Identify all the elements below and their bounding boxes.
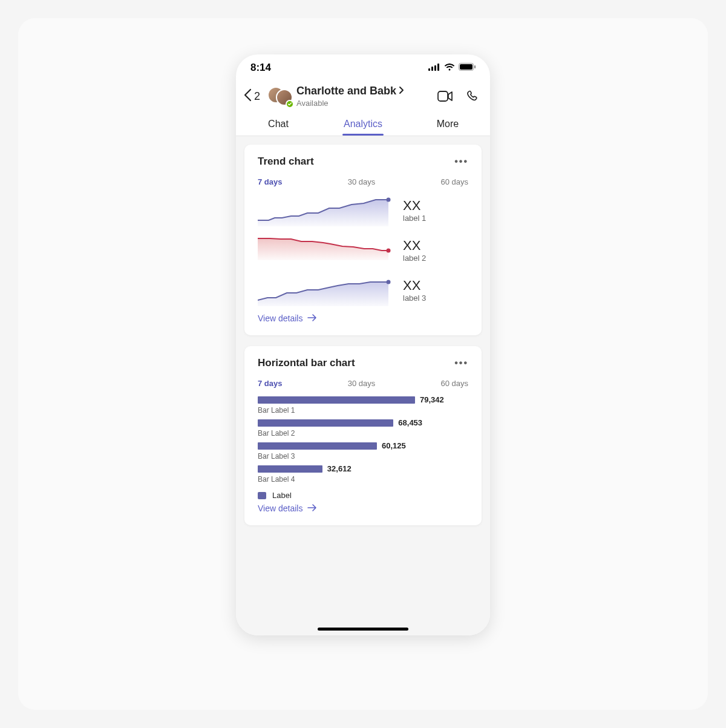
trend-meta: XX label 1 [403, 198, 426, 223]
trend-value: XX [403, 278, 426, 293]
sparkline-down-icon [258, 234, 391, 266]
svg-rect-7 [438, 91, 448, 101]
hbar-bar [258, 396, 415, 404]
trend-chart-card: Trend chart ••• 7 days 30 days 60 days [244, 145, 482, 335]
range-tab-30[interactable]: 30 days [348, 379, 376, 388]
legend: Label [258, 491, 468, 500]
hbar-row: 60,125Bar Label 3 [258, 441, 468, 461]
hbar-bar [258, 419, 393, 427]
hbar-label: Bar Label 2 [258, 429, 468, 438]
legend-swatch [258, 492, 266, 499]
range-tabs: 7 days 30 days 60 days [258, 177, 468, 186]
trend-label: label 2 [403, 254, 426, 263]
view-details-label: View details [258, 503, 302, 513]
tabs: Chat Analytics More [236, 111, 490, 136]
sparkline-up-icon [258, 194, 391, 226]
content-area: Trend chart ••• 7 days 30 days 60 days [236, 136, 490, 635]
range-tab-60[interactable]: 60 days [440, 379, 468, 388]
arrow-right-icon [307, 503, 317, 513]
range-tabs: 7 days 30 days 60 days [258, 379, 468, 388]
wifi-icon [444, 62, 455, 74]
svg-rect-1 [431, 67, 433, 71]
hbar-value: 68,453 [398, 418, 422, 427]
tab-more[interactable]: More [405, 111, 490, 136]
range-tab-60[interactable]: 60 days [440, 177, 468, 186]
svg-rect-5 [460, 64, 473, 70]
card-title: Trend chart [258, 156, 314, 168]
hbar-value: 79,342 [420, 395, 444, 404]
arrow-right-icon [307, 313, 317, 323]
hbar-value: 32,612 [327, 464, 352, 473]
status-bar: 8:14 [236, 54, 490, 81]
svg-point-9 [387, 249, 391, 253]
sparkline-up-icon [258, 274, 391, 306]
status-time: 8:14 [250, 62, 271, 74]
status-icons [428, 62, 476, 74]
hbar-label: Bar Label 3 [258, 452, 468, 461]
view-details-link[interactable]: View details [258, 313, 468, 323]
battery-icon [459, 62, 476, 74]
svg-rect-0 [428, 68, 430, 71]
svg-point-8 [387, 198, 391, 202]
cellular-icon [428, 62, 440, 74]
svg-point-10 [387, 280, 391, 284]
hbar-container: 79,342Bar Label 168,453Bar Label 260,125… [258, 395, 468, 484]
phone-frame: 8:14 2 [236, 54, 490, 635]
legend-label: Label [272, 491, 292, 500]
chat-subtitle: Available [296, 99, 433, 108]
audio-call-button[interactable] [465, 88, 482, 105]
chevron-left-icon [243, 88, 252, 104]
trend-value: XX [403, 198, 426, 214]
card-more-button[interactable]: ••• [454, 156, 468, 167]
back-count: 2 [254, 90, 260, 103]
hbar-bar [258, 465, 322, 473]
chevron-right-icon [399, 85, 404, 97]
hbar-chart-card: Horizontal bar chart ••• 7 days 30 days … [244, 346, 482, 525]
hbar-value: 60,125 [382, 441, 406, 450]
trend-meta: XX label 2 [403, 238, 426, 263]
hbar-label: Bar Label 1 [258, 406, 468, 415]
svg-rect-2 [434, 65, 436, 71]
hbar-row: 32,612Bar Label 4 [258, 464, 468, 484]
view-details-link[interactable]: View details [258, 503, 468, 513]
group-avatars[interactable] [267, 85, 293, 107]
trend-label: label 1 [403, 214, 426, 223]
range-tab-7[interactable]: 7 days [258, 379, 282, 388]
video-call-button[interactable] [437, 88, 454, 105]
presence-available-icon [286, 100, 294, 108]
tab-chat[interactable]: Chat [236, 111, 321, 136]
card-more-button[interactable]: ••• [454, 358, 468, 369]
range-tab-7[interactable]: 7 days [258, 177, 282, 186]
card-title: Horizontal bar chart [258, 357, 355, 369]
trend-row: XX label 2 [258, 234, 468, 266]
home-indicator[interactable] [318, 628, 408, 631]
hbar-row: 79,342Bar Label 1 [258, 395, 468, 415]
range-tab-30[interactable]: 30 days [348, 177, 376, 186]
header-title-block[interactable]: Charlotte and Babk Available [296, 85, 433, 108]
hbar-row: 68,453Bar Label 2 [258, 418, 468, 438]
trend-row: XX label 3 [258, 274, 468, 306]
chat-header: 2 Charlotte and Babk Available [236, 81, 490, 111]
trend-row: XX label 1 [258, 194, 468, 226]
trend-meta: XX label 3 [403, 278, 426, 303]
svg-rect-3 [437, 64, 439, 71]
hbar-label: Bar Label 4 [258, 475, 468, 484]
trend-value: XX [403, 238, 426, 254]
view-details-label: View details [258, 313, 302, 323]
tab-analytics[interactable]: Analytics [321, 111, 405, 136]
back-button[interactable]: 2 [241, 86, 263, 107]
hbar-bar [258, 442, 377, 450]
chat-title: Charlotte and Babk [296, 85, 396, 97]
trend-label: label 3 [403, 293, 426, 303]
svg-rect-6 [474, 65, 476, 68]
